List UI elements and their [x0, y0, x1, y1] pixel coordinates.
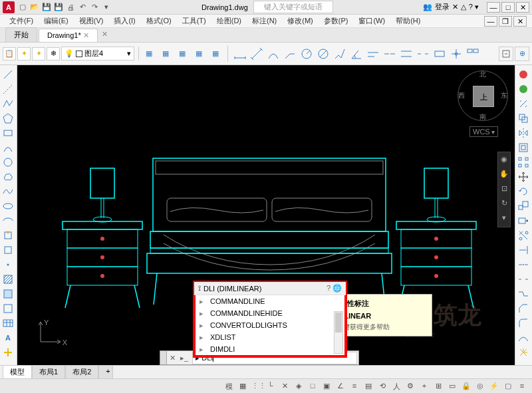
transparency-icon[interactable]: ▤ [362, 381, 374, 392]
layer-match-icon[interactable]: ▦ [142, 47, 156, 61]
autocomplete-item[interactable]: XDLIST [196, 331, 344, 343]
scale-icon[interactable] [517, 199, 530, 213]
tab-drawing1[interactable]: Drawing1* ✕ [39, 29, 98, 42]
commandline-grip[interactable] [160, 351, 167, 364]
menu-parametric[interactable]: 参数(P) [320, 15, 352, 27]
menu-dimension[interactable]: 标注(N) [248, 15, 281, 27]
units-icon[interactable]: ⊞ [432, 381, 444, 392]
osnap-icon[interactable]: □ [307, 381, 319, 392]
layer-freeze-icon[interactable]: ❄ [47, 47, 60, 61]
table-icon[interactable] [1, 317, 15, 330]
explode-icon[interactable] [517, 346, 530, 359]
tolerance-icon[interactable] [432, 47, 447, 61]
autocomplete-item[interactable]: COMMANDLINE [196, 295, 344, 307]
dim-arc-icon[interactable] [266, 47, 281, 61]
layer-properties-icon[interactable]: 📋 [3, 47, 16, 61]
color-green-icon[interactable] [517, 82, 530, 96]
isodraft-icon[interactable]: ◈ [293, 381, 305, 392]
cycling-icon[interactable]: ⟲ [376, 381, 388, 392]
layer-on-icon[interactable]: ▦ [208, 47, 223, 61]
gradient-icon[interactable] [1, 287, 15, 301]
menu-insert[interactable]: 插入(I) [110, 15, 139, 27]
autocomplete-item[interactable]: DIMDLI [196, 343, 344, 355]
customize-icon[interactable]: ≡ [516, 381, 528, 392]
clean-screen-icon[interactable]: ▢ [502, 381, 514, 392]
hardware-accel-icon[interactable]: ⚡ [488, 381, 500, 392]
layer-off-icon[interactable]: ▦ [192, 47, 206, 61]
minimize-button[interactable]: — [487, 2, 500, 13]
menu-file[interactable]: 文件(F) [5, 15, 37, 27]
erase-icon[interactable] [517, 97, 530, 110]
exchange-icon[interactable]: ✕ [452, 3, 458, 11]
menu-help[interactable]: 帮助(H) [392, 15, 424, 27]
offset-icon[interactable] [517, 141, 530, 154]
annotation-scale[interactable]: 人 1:1 ▾ [390, 381, 402, 392]
construction-line-icon[interactable] [1, 82, 15, 96]
break-at-point-icon[interactable] [517, 258, 530, 271]
mtext-icon[interactable]: A [1, 331, 15, 344]
arc-icon[interactable] [1, 141, 15, 154]
rotate-icon[interactable] [517, 185, 530, 198]
ellipse-arc-icon[interactable] [1, 214, 15, 227]
saveas-icon[interactable]: 💾 [53, 2, 64, 13]
layer-walk-icon[interactable]: ▦ [175, 47, 190, 61]
model-space-button[interactable]: 模型 [223, 381, 235, 392]
copy-icon[interactable] [517, 112, 530, 125]
doc-minimize-button[interactable]: — [484, 16, 497, 27]
dim-update-icon[interactable] [499, 47, 513, 61]
qat-more-icon[interactable]: ▾ [101, 2, 112, 13]
login-link[interactable]: 登录 [435, 2, 450, 12]
undo-icon[interactable]: ↶ [77, 2, 88, 13]
tab-add-button[interactable]: ✕ [99, 30, 111, 42]
dim-diameter-icon[interactable] [316, 47, 331, 61]
insert-block-icon[interactable] [1, 229, 15, 242]
layer-dropdown[interactable]: 💡 图层4 ▾ [61, 47, 134, 61]
new-icon[interactable]: ▢ [17, 2, 28, 13]
region-icon[interactable] [1, 302, 15, 315]
blend-icon[interactable] [517, 331, 530, 344]
dim-break-icon[interactable] [416, 47, 430, 61]
tab-add-layout[interactable]: + [98, 365, 113, 379]
annotation-monitor-icon[interactable]: + [418, 381, 430, 392]
dim-space-icon[interactable] [399, 47, 414, 61]
grid-icon[interactable]: ▦ [237, 381, 249, 392]
scrollbar[interactable] [334, 311, 343, 354]
open-icon[interactable]: 📂 [29, 2, 40, 13]
help-dropdown-icon[interactable]: ? ▾ [469, 3, 479, 11]
dim-reassoc-icon[interactable]: ⊕ [515, 47, 529, 61]
layer-states-icon[interactable]: ✦ [17, 47, 31, 61]
join-icon[interactable] [517, 287, 530, 301]
menu-draw[interactable]: 绘图(D) [213, 15, 245, 27]
quick-properties-icon[interactable]: ▭ [446, 381, 458, 392]
chamfer-icon[interactable] [517, 302, 530, 315]
make-block-icon[interactable] [1, 243, 15, 257]
fillet-icon[interactable] [517, 317, 530, 330]
tab-close-icon[interactable]: ✕ [83, 31, 89, 39]
tab-layout2[interactable]: 布局2 [65, 365, 98, 379]
dim-radius-icon[interactable] [299, 47, 314, 61]
tab-layout1[interactable]: 布局1 [32, 365, 65, 379]
menu-tools[interactable]: 工具(T) [178, 15, 210, 27]
workspace-switch-icon[interactable]: ⚙ [404, 381, 416, 392]
mirror-icon[interactable] [517, 126, 530, 140]
print-icon[interactable]: 🖨 [65, 2, 76, 13]
tab-start[interactable]: 开始 [5, 27, 37, 42]
revision-cloud-icon[interactable] [1, 170, 15, 184]
commandline-close-icon[interactable]: ✕ [167, 354, 178, 362]
help-icon[interactable]: ? [327, 284, 331, 293]
maximize-button[interactable]: □ [501, 2, 515, 13]
ortho-icon[interactable]: └ [265, 381, 277, 392]
break-icon[interactable] [517, 273, 530, 286]
3dosnap-icon[interactable]: ▣ [321, 381, 332, 392]
trim-icon[interactable] [517, 229, 530, 242]
add-selected-icon[interactable] [1, 346, 15, 359]
menu-modify[interactable]: 修改(M) [283, 15, 317, 27]
help-search-input[interactable]: 键入关键字或短语 [253, 1, 333, 13]
doc-close-button[interactable]: ✕ [513, 16, 527, 27]
cloud-icon[interactable]: △ [461, 3, 466, 11]
dim-jogged-icon[interactable] [332, 47, 347, 61]
menu-window[interactable]: 窗口(W) [354, 15, 389, 27]
stretch-icon[interactable] [517, 214, 530, 227]
menu-edit[interactable]: 编辑(E) [40, 15, 72, 27]
dim-ordinate-icon[interactable] [283, 47, 297, 61]
